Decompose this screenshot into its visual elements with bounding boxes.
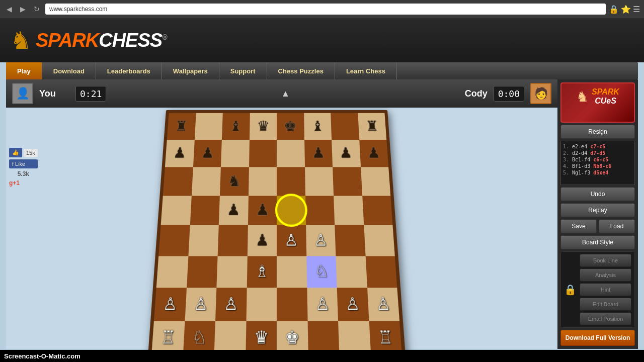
square-a4[interactable] (158, 225, 190, 256)
site-header: ♞ SPARKCHESS® (0, 18, 644, 62)
spark-cues-title: SPARK (592, 87, 619, 97)
square-b3[interactable] (187, 256, 218, 288)
square-d2[interactable] (246, 288, 277, 321)
square-a3[interactable] (156, 256, 188, 288)
square-h6[interactable] (361, 167, 391, 196)
forward-button[interactable]: ▶ (18, 4, 28, 14)
refresh-button[interactable]: ↻ (31, 4, 42, 14)
like-button[interactable]: 👍 (9, 148, 22, 157)
square-h5[interactable] (362, 196, 393, 225)
square-g6[interactable] (333, 167, 362, 196)
square-g8[interactable] (331, 113, 359, 140)
download-full-button[interactable]: Download Full Version (560, 330, 635, 346)
chess-board[interactable]: ♜ ♝ ♛ ♚ ♝ ♜ ♟ ♟ (147, 110, 406, 359)
square-f7[interactable]: ♟ (304, 140, 333, 167)
square-d6[interactable] (248, 167, 277, 196)
site-wrapper: ♞ SPARKCHESS® Play Download Leaderboards… (0, 18, 644, 362)
square-h8[interactable]: ♜ (358, 113, 386, 140)
square-h2[interactable]: ♙ (367, 288, 399, 321)
piece-a1: ♖ (160, 329, 176, 347)
square-h3[interactable] (365, 256, 397, 288)
square-e8[interactable]: ♚ (277, 113, 304, 140)
square-d8[interactable]: ♛ (249, 113, 277, 140)
move-list: 1. e2-e4 c7-c5 2. d2-d4 d7-d5 3. Bc1-f4 … (560, 141, 635, 185)
browser-chrome: ◀ ▶ ↻ www.sparkchess.com 🔒⭐☰ (0, 0, 644, 18)
square-b2[interactable]: ♙ (185, 288, 216, 321)
square-a6[interactable] (163, 167, 193, 196)
square-c7[interactable] (221, 140, 250, 167)
move-row-4: 4. Bf1-d3 Nb8-c6 (563, 163, 632, 169)
square-e7[interactable] (277, 140, 305, 167)
piece-h2: ♙ (375, 296, 390, 313)
opponent-name: Cody (465, 88, 488, 99)
facebook-button[interactable]: f Like (9, 159, 38, 168)
square-b6[interactable] (191, 167, 221, 196)
square-h7[interactable]: ♟ (359, 140, 388, 167)
square-c8[interactable]: ♝ (222, 113, 250, 140)
piece-b7: ♟ (201, 146, 214, 160)
square-c5[interactable]: ♟ (219, 196, 249, 225)
piece-h8: ♜ (365, 119, 379, 133)
square-a2[interactable]: ♙ (154, 288, 187, 321)
square-f2[interactable]: ♙ (307, 288, 338, 321)
square-e2[interactable] (277, 288, 307, 321)
square-e3[interactable] (277, 256, 307, 288)
logo-text: SPARKCHESS® (36, 30, 167, 51)
save-button[interactable]: Save (560, 219, 597, 233)
square-a5[interactable] (161, 196, 192, 225)
square-b7[interactable]: ♟ (193, 140, 221, 167)
square-b5[interactable] (190, 196, 220, 225)
nav-download[interactable]: Download (42, 62, 96, 79)
nav-learn-chess[interactable]: Learn Chess (335, 62, 397, 79)
opponent-avatar-icon: 🧑 (534, 87, 548, 100)
nav-wallpapers[interactable]: Wallpapers (162, 62, 219, 79)
square-f3[interactable]: ♘ (306, 256, 337, 288)
square-f8[interactable]: ♝ (304, 113, 332, 140)
nav-chess-puzzles[interactable]: Chess Puzzles (267, 62, 335, 79)
square-d7[interactable] (249, 140, 277, 167)
facebook-icon: f (12, 161, 14, 167)
square-g7[interactable]: ♟ (332, 140, 360, 167)
square-c2[interactable]: ♙ (215, 288, 247, 321)
square-b8[interactable] (194, 113, 222, 140)
back-button[interactable]: ◀ (4, 4, 15, 14)
square-h4[interactable] (364, 225, 395, 256)
piece-e4: ♙ (284, 232, 298, 248)
square-c3[interactable] (216, 256, 247, 288)
undo-button[interactable]: Undo (560, 187, 635, 201)
square-c6[interactable]: ♞ (220, 167, 249, 196)
square-c4[interactable] (218, 225, 248, 256)
square-a8[interactable]: ♜ (167, 113, 196, 140)
url-bar[interactable]: www.sparkchess.com (45, 4, 606, 15)
piece-c2: ♙ (224, 296, 238, 313)
logo-spark: SPARK (36, 30, 99, 51)
square-g3[interactable] (336, 256, 367, 288)
turn-indicator: ▲ (281, 88, 290, 99)
square-f6[interactable] (305, 167, 334, 196)
square-b4[interactable] (188, 225, 219, 256)
square-f4[interactable]: ♙ (306, 225, 336, 256)
google-plus-button[interactable]: g+1 (9, 179, 38, 187)
nav-leaderboards[interactable]: Leaderboards (96, 62, 162, 79)
board-style-button[interactable]: Board Style (560, 235, 635, 249)
nav-play[interactable]: Play (6, 62, 42, 79)
resign-button[interactable]: Resign (560, 125, 635, 139)
square-e4[interactable]: ♙ (277, 225, 306, 256)
square-g2[interactable]: ♙ (337, 288, 369, 321)
nav-support[interactable]: Support (219, 62, 267, 79)
square-e6[interactable] (277, 167, 305, 196)
content-area: 👤 You 0:21 ▲ Cody 0:00 🧑 👍 (6, 79, 638, 349)
piece-b1: ♘ (192, 329, 207, 347)
square-d3[interactable]: ♗ (247, 256, 277, 288)
load-button[interactable]: Load (599, 219, 635, 233)
square-d5[interactable]: ♟ (248, 196, 277, 225)
replay-button[interactable]: Replay (560, 203, 635, 217)
move-row-2: 2. d2-d4 d7-d5 (563, 150, 632, 156)
square-g4[interactable] (335, 225, 365, 256)
square-f5[interactable] (305, 196, 335, 225)
opponent-avatar: 🧑 (530, 83, 551, 104)
square-d4[interactable]: ♟ (247, 225, 277, 256)
square-e5[interactable] (277, 196, 306, 225)
square-a7[interactable]: ♟ (165, 140, 194, 167)
square-g5[interactable] (334, 196, 364, 225)
